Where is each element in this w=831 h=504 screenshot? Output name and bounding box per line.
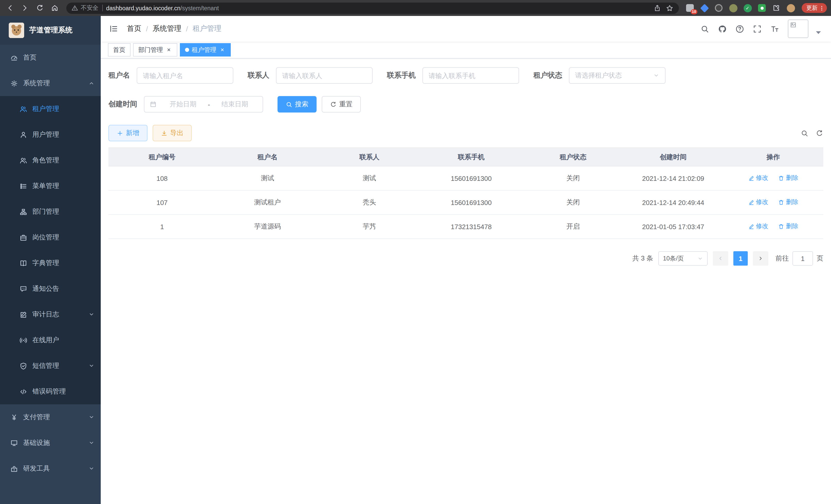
user-avatar[interactable]: [788, 20, 808, 38]
sidebar-item-error-code-management[interactable]: 错误码管理: [0, 379, 101, 404]
avatar-caret-down-icon[interactable]: [814, 28, 823, 37]
col-actions: 操作: [723, 148, 823, 166]
sidebar-item-user-management[interactable]: 用户管理: [0, 122, 101, 147]
browser-menu-dots-icon[interactable]: [819, 5, 825, 11]
extension-icon-2[interactable]: [699, 3, 709, 13]
sidebar-collapse-icon[interactable]: [109, 24, 118, 33]
breadcrumb-system[interactable]: 系统管理: [153, 24, 181, 33]
tab-home[interactable]: 首页: [108, 43, 131, 57]
warning-icon: [71, 5, 78, 11]
extension-icon-5[interactable]: ✓: [743, 3, 752, 13]
edit-link[interactable]: 修改: [748, 222, 768, 231]
profile-avatar-icon[interactable]: [786, 3, 796, 13]
next-page-button[interactable]: [753, 251, 768, 266]
status-select[interactable]: 请选择租户状态: [569, 67, 665, 84]
browser-home-button[interactable]: [49, 2, 60, 13]
cell-created: 2021-12-14 21:02:09: [623, 166, 723, 190]
create-time-label: 创建时间: [109, 100, 137, 109]
prev-page-button[interactable]: [713, 251, 728, 266]
tab-tenant-management[interactable]: 租户管理 ×: [180, 43, 231, 57]
extension-icon-1[interactable]: 10: [685, 3, 695, 13]
yen-icon: [10, 413, 18, 421]
col-status: 租户状态: [523, 148, 623, 166]
cell-tenant-id: 108: [109, 166, 216, 190]
sidebar-item-dev-tools[interactable]: 研发工具: [0, 456, 101, 481]
add-button[interactable]: 新增: [109, 125, 147, 141]
edit-link[interactable]: 修改: [748, 198, 768, 207]
sidebar-item-dict-management[interactable]: 字典管理: [0, 250, 101, 276]
sidebar-item-post-management[interactable]: 岗位管理: [0, 225, 101, 250]
phone-field-wrap: [423, 67, 519, 84]
app-logo[interactable]: 芋道管理系统: [0, 16, 101, 45]
sidebar-item-payment-management[interactable]: 支付管理: [0, 404, 101, 430]
sidebar-item-audit-log[interactable]: 审计日志: [0, 302, 101, 327]
extensions-puzzle-icon[interactable]: [771, 3, 781, 13]
sidebar-item-department-management[interactable]: 部门管理: [0, 199, 101, 225]
sidebar-item-tenant-management[interactable]: 租户管理: [0, 96, 101, 122]
pagination: 共 3 条 10条/页 1 前往 页: [109, 251, 823, 266]
cell-tenant-id: 1: [109, 214, 216, 239]
cell-status: 开启: [523, 214, 623, 239]
sidebar-item-sms-management[interactable]: 短信管理: [0, 353, 101, 379]
share-icon[interactable]: [653, 4, 661, 12]
sidebar-item-notice[interactable]: 通知公告: [0, 276, 101, 302]
sidebar-item-system-management[interactable]: 系统管理: [0, 70, 101, 96]
header-search-icon[interactable]: [700, 24, 709, 33]
page-size-select[interactable]: 10条/页: [658, 251, 708, 266]
delete-link[interactable]: 删除: [778, 174, 798, 183]
cell-phone: 15601691300: [419, 166, 523, 190]
extension-badge: 10: [690, 9, 697, 14]
bookmark-star-icon[interactable]: [665, 4, 674, 12]
table-row: 107 测试租户 秃头 15601691300 关闭 2021-12-14 20…: [109, 190, 823, 214]
close-icon[interactable]: ×: [219, 47, 226, 53]
logo-image: [9, 23, 24, 38]
url-text: dashboard.yudao.iocoder.cn/system/tenant: [106, 5, 649, 11]
sidebar-item-role-management[interactable]: 角色管理: [0, 147, 101, 173]
edit-link[interactable]: 修改: [748, 174, 768, 183]
extension-icon-3[interactable]: [714, 3, 724, 13]
reset-button[interactable]: 重置: [322, 96, 361, 113]
briefcase-icon: [20, 234, 27, 241]
breadcrumb-home[interactable]: 首页: [127, 24, 141, 33]
browser-update-button[interactable]: 更新: [802, 3, 827, 13]
browser-back-button[interactable]: [4, 2, 16, 13]
security-label: 不安全: [81, 4, 98, 12]
address-bar[interactable]: 不安全 dashboard.yudao.iocoder.cn/system/te…: [66, 2, 679, 13]
tab-department-management[interactable]: 部门管理 ×: [133, 43, 177, 57]
browser-forward-button[interactable]: [19, 2, 30, 13]
security-chip[interactable]: 不安全: [71, 4, 98, 12]
sidebar-item-menu-management[interactable]: 菜单管理: [0, 173, 101, 199]
delete-link[interactable]: 删除: [778, 198, 798, 207]
sidebar-item-online-users[interactable]: 在线用户: [0, 327, 101, 353]
font-size-icon[interactable]: [770, 24, 779, 33]
col-phone: 联系手机: [419, 148, 523, 166]
page-number-1[interactable]: 1: [733, 251, 748, 266]
date-start-placeholder: 开始日期: [160, 100, 206, 109]
github-icon[interactable]: [718, 24, 727, 33]
contact-input[interactable]: [282, 72, 366, 79]
close-icon[interactable]: ×: [166, 47, 172, 53]
status-select-placeholder: 请选择租户状态: [575, 71, 622, 80]
sidebar-item-home[interactable]: 首页: [0, 45, 101, 70]
chevron-up-icon: [88, 80, 94, 86]
sidebar-item-infrastructure[interactable]: 基础设施: [0, 430, 101, 456]
toggle-search-icon[interactable]: [801, 129, 808, 137]
cell-contact: 芋艿: [319, 214, 419, 239]
delete-link[interactable]: 删除: [778, 222, 798, 231]
fullscreen-icon[interactable]: [753, 24, 762, 33]
browser-toolbar: 不安全 dashboard.yudao.iocoder.cn/system/te…: [0, 0, 831, 16]
extension-icon-6[interactable]: [757, 3, 767, 13]
export-button[interactable]: 导出: [153, 125, 192, 141]
create-time-range-picker[interactable]: 开始日期 - 结束日期: [144, 96, 263, 113]
help-icon[interactable]: [736, 24, 744, 33]
refresh-table-icon[interactable]: [815, 129, 823, 137]
goto-page-input[interactable]: [793, 251, 813, 266]
search-button[interactable]: 搜索: [278, 96, 317, 113]
tenant-name-input[interactable]: [143, 72, 227, 79]
extension-icon-4[interactable]: [728, 3, 738, 13]
browser-reload-button[interactable]: [34, 2, 45, 13]
update-label: 更新: [806, 4, 818, 12]
book-icon: [20, 259, 27, 267]
phone-input[interactable]: [429, 72, 513, 79]
cell-actions: 修改 删除: [723, 190, 823, 214]
